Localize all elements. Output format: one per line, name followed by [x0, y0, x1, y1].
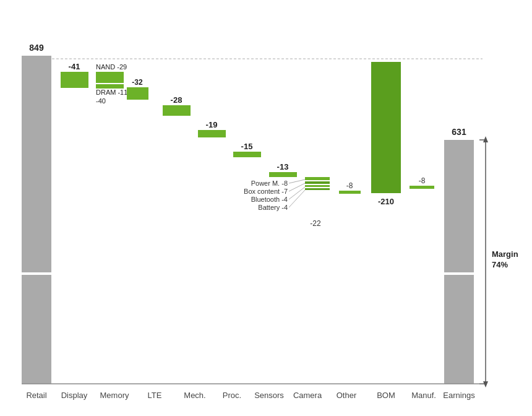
camera-bluetooth-label: Bluetooth -4	[251, 196, 288, 203]
retail-bar	[22, 56, 51, 384]
sensors-value: -13	[277, 162, 289, 171]
memory-40-label: -40	[96, 97, 106, 105]
bom-value: -210	[378, 197, 394, 206]
svg-rect-1	[22, 272, 51, 275]
lte-bar	[163, 105, 191, 116]
proc-bar	[233, 152, 261, 157]
svg-line-4	[289, 187, 305, 199]
mech-bar	[198, 130, 226, 137]
x-label-display: Display	[61, 391, 88, 400]
camera-bar3	[305, 185, 330, 187]
x-label-memory: Memory	[100, 391, 129, 400]
margin-value: 74%	[492, 260, 508, 269]
x-label-manuf: Manuf.	[411, 391, 436, 400]
x-label-bom: BOM	[377, 391, 395, 400]
memory-32-value: -32	[132, 78, 143, 87]
x-label-mech: Mech.	[184, 391, 205, 400]
sensors-bar	[269, 172, 297, 177]
camera-bar2	[305, 181, 330, 184]
x-label-retail: Retail	[26, 391, 46, 400]
lte-value: -28	[171, 95, 182, 105]
svg-line-2	[289, 180, 305, 183]
proc-value: -15	[241, 142, 253, 151]
x-label-lte: LTE	[148, 391, 162, 400]
chart-container: 849 -41 NAND -29 DRAM -11 -40 -32 -28 -1…	[0, 0, 532, 416]
svg-rect-6	[444, 272, 474, 275]
display-value: -41	[69, 62, 80, 71]
nand-bar	[96, 72, 124, 83]
camera-bar1	[305, 177, 330, 180]
manuf-bar	[410, 186, 434, 189]
other-value: -8	[346, 181, 353, 190]
manuf-value: -8	[419, 176, 426, 185]
margin-label: Margin	[492, 249, 518, 259]
x-label-camera: Camera	[293, 391, 322, 400]
bom-bar	[371, 62, 401, 193]
x-label-sensors: Sensors	[254, 391, 284, 400]
camera-bar4	[305, 188, 330, 190]
memory-32-bar	[127, 87, 148, 100]
x-label-other: Other	[337, 391, 357, 400]
margin-arrow-top	[483, 136, 488, 142]
x-label-earnings: Earnings	[443, 391, 475, 400]
other-bar	[339, 191, 361, 194]
camera-power-label: Power M. -8	[251, 180, 288, 187]
dram-bar	[96, 84, 124, 89]
x-label-proc: Proc.	[223, 391, 241, 400]
camera-total-label: -22	[310, 219, 321, 228]
mech-value: -19	[206, 120, 218, 129]
earnings-value: 631	[452, 127, 466, 137]
nand-label: NAND -29	[96, 63, 127, 71]
svg-line-5	[289, 190, 305, 207]
margin-arrow-bottom	[483, 381, 488, 388]
display-bar	[61, 72, 88, 88]
dram-label: DRAM -11	[96, 89, 127, 96]
earnings-bar	[444, 140, 474, 384]
retail-value: 849	[29, 43, 44, 53]
camera-box-label: Box content -7	[244, 188, 288, 195]
svg-line-3	[289, 183, 305, 191]
camera-battery-label: Battery -4	[258, 204, 288, 211]
